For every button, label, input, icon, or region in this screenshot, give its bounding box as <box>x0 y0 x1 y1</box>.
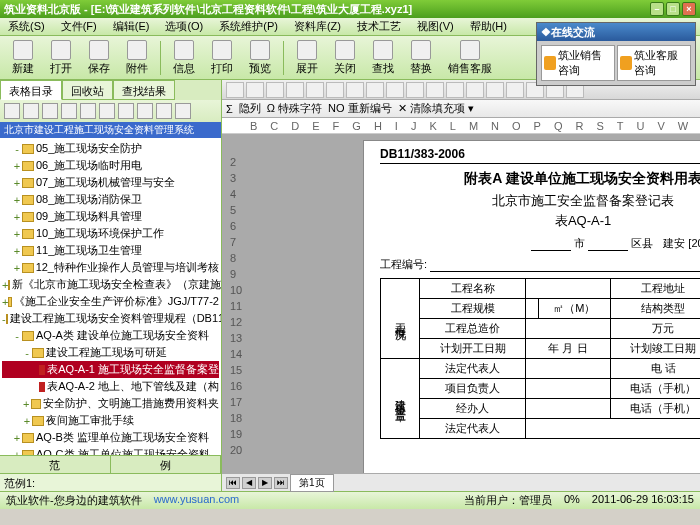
tree-node[interactable]: +新《北京市施工现场安全检查表》（京建施 <box>2 276 219 293</box>
tree-node[interactable]: -建设工程施工现场可研延 <box>2 344 219 361</box>
tab-tree[interactable]: 表格目录 <box>0 80 62 100</box>
tree-node[interactable]: +08_施工现场消防保卫 <box>2 191 219 208</box>
edit-btn[interactable] <box>326 82 344 98</box>
edit-btn[interactable] <box>486 82 504 98</box>
tree-btn[interactable] <box>61 103 77 119</box>
tool-print[interactable]: 打印 <box>205 38 239 78</box>
menu-tech[interactable]: 技术工艺 <box>353 18 405 35</box>
document-sheet: DB11/383-2006 附表A 建设单位施工现场安全资料用表 北京市施工安全… <box>363 140 700 473</box>
tree-btn[interactable] <box>80 103 96 119</box>
menu-edit[interactable]: 编辑(E) <box>109 18 154 35</box>
edit-btn[interactable] <box>426 82 444 98</box>
chat-title: ❖ 在线交流 <box>537 23 695 41</box>
tree-btn[interactable] <box>156 103 172 119</box>
tool-replace[interactable]: 替换 <box>404 38 438 78</box>
menu-maintain[interactable]: 系统维护(P) <box>215 18 282 35</box>
tree-node[interactable]: +06_施工现场临时用电 <box>2 157 219 174</box>
tool-sales[interactable]: 销售客服 <box>442 38 498 78</box>
menu-view[interactable]: 视图(V) <box>413 18 458 35</box>
tree-node[interactable]: +10_施工现场环境保护工作 <box>2 225 219 242</box>
menu-file[interactable]: 文件(F) <box>57 18 101 35</box>
chat-panel: ❖ 在线交流 筑业销售咨询 筑业客服咨询 <box>536 22 696 86</box>
tree[interactable]: -05_施工现场安全防护+06_施工现场临时用电+07_施工现场机械管理与安全+… <box>0 138 221 455</box>
tool-open[interactable]: 打开 <box>44 38 78 78</box>
tree-node[interactable]: +《施工企业安全生产评价标准》JGJ/T77-2 <box>2 293 219 310</box>
range-row: 范例1: <box>0 473 221 491</box>
edit-btn[interactable] <box>506 82 524 98</box>
tree-node[interactable]: +09_施工现场料具管理 <box>2 208 219 225</box>
tree-node[interactable]: -建设工程施工现场安全资料管理规程（DB11/ <box>2 310 219 327</box>
tool-info[interactable]: 信息 <box>167 38 201 78</box>
tree-node[interactable]: +07_施工现场机械管理与安全 <box>2 174 219 191</box>
tab-search[interactable]: 查找结果 <box>113 80 175 100</box>
edit-btn[interactable] <box>226 82 244 98</box>
menu-system[interactable]: 系统(S) <box>4 18 49 35</box>
tool-expand[interactable]: 展开 <box>290 38 324 78</box>
minimize-button[interactable]: – <box>650 2 664 16</box>
edit-btn[interactable] <box>286 82 304 98</box>
hidecol[interactable]: 隐列 <box>239 101 261 116</box>
close-button[interactable]: × <box>682 2 696 16</box>
doc-subtitle: 北京市施工安全监督备案登记表 <box>380 192 700 210</box>
editor-panel: Σ隐列 Ω 特殊字符 NO 重新编号 ✕ 清除填充项 ▾ BCDEFGHIJKL… <box>222 80 700 491</box>
next-sheet[interactable]: ▶ <box>258 477 272 489</box>
left-tabs: 表格目录 回收站 查找结果 <box>0 80 221 100</box>
chat-sales[interactable]: 筑业销售咨询 <box>541 45 615 81</box>
tool-collapse[interactable]: 关闭 <box>328 38 362 78</box>
doc-title: 附表A 建设单位施工现场安全资料用表 <box>380 170 700 188</box>
doc-tableno: 表AQ-A-1 <box>380 212 700 230</box>
menu-database[interactable]: 资料库(Z) <box>290 18 345 35</box>
chat-service[interactable]: 筑业客服咨询 <box>617 45 691 81</box>
statusbar: 筑业软件-您身边的建筑软件www.yusuan.com 当前用户：管理员0%20… <box>0 491 700 509</box>
maximize-button[interactable]: □ <box>666 2 680 16</box>
sheet-area[interactable]: 234567891011121314151617181920 DB11/383-… <box>222 134 700 473</box>
edit-btn[interactable] <box>386 82 404 98</box>
tree-node[interactable]: 表AQ-A-1 施工现场安全监督备案登 <box>2 361 219 378</box>
tool-save[interactable]: 保存 <box>82 38 116 78</box>
doc-code: DB11/383-2006 <box>380 147 700 164</box>
first-sheet[interactable]: ⏮ <box>226 477 240 489</box>
tab-recycle[interactable]: 回收站 <box>62 80 113 100</box>
editor-toolbar-2: Σ隐列 Ω 特殊字符 NO 重新编号 ✕ 清除填充项 ▾ <box>222 100 700 118</box>
prev-sheet[interactable]: ◀ <box>242 477 256 489</box>
tool-preview[interactable]: 预览 <box>243 38 277 78</box>
menu-options[interactable]: 选项(O) <box>161 18 207 35</box>
tree-node[interactable]: +AQ-C类 施工单位施工现场安全资料 <box>2 446 219 455</box>
tree-node[interactable]: +AQ-B类 监理单位施工现场安全资料 <box>2 429 219 446</box>
edit-btn[interactable] <box>446 82 464 98</box>
edit-btn[interactable] <box>346 82 364 98</box>
tree-btn[interactable] <box>137 103 153 119</box>
edit-btn[interactable] <box>306 82 324 98</box>
menu-help[interactable]: 帮助(H) <box>466 18 511 35</box>
tree-btn[interactable] <box>118 103 134 119</box>
edit-btn[interactable] <box>466 82 484 98</box>
location-row: 市 区县 建安 [200]号 <box>380 236 700 251</box>
tree-btn[interactable] <box>42 103 58 119</box>
tree-node[interactable]: +12_特种作业操作人员管理与培训考核 <box>2 259 219 276</box>
column-ruler: BCDEFGHIJKLMNOPQRSTUVWXYZAAABACADAEAFAG <box>222 118 700 134</box>
edit-btn[interactable] <box>366 82 384 98</box>
tree-node[interactable]: +安全防护、文明施工措施费用资料夹 <box>2 395 219 412</box>
edit-btn[interactable] <box>266 82 284 98</box>
tree-btn[interactable] <box>175 103 191 119</box>
tool-find[interactable]: 查找 <box>366 38 400 78</box>
tree-node[interactable]: -05_施工现场安全防护 <box>2 140 219 157</box>
tree-footer: 范 例 <box>0 455 221 473</box>
tree-btn[interactable] <box>99 103 115 119</box>
last-sheet[interactable]: ⏭ <box>274 477 288 489</box>
tool-attach[interactable]: 附件 <box>120 38 154 78</box>
sheet-tab-1[interactable]: 第1页 <box>290 474 334 492</box>
sheet-tabs: ⏮ ◀ ▶ ⏭ 第1页 <box>222 473 700 491</box>
tree-node[interactable]: 表AQ-A-2 地上、地下管线及建（构 <box>2 378 219 395</box>
tool-new[interactable]: 新建 <box>6 38 40 78</box>
tree-btn[interactable] <box>4 103 20 119</box>
edit-btn[interactable] <box>406 82 424 98</box>
form-table: 工程概况工程名称工程地址 工程规模㎡（M）结构类型层数 工程总造价万元 计划开工… <box>380 278 700 439</box>
edit-btn[interactable] <box>246 82 264 98</box>
tree-btn[interactable] <box>23 103 39 119</box>
tree-node[interactable]: +11_施工现场卫生管理 <box>2 242 219 259</box>
tree-header: 北京市建设工程施工现场安全资料管理系统 <box>0 122 221 138</box>
tree-node[interactable]: -AQ-A类 建设单位施工现场安全资料 <box>2 327 219 344</box>
projno-row: 工程编号: <box>380 257 700 272</box>
tree-node[interactable]: +夜间施工审批手续 <box>2 412 219 429</box>
